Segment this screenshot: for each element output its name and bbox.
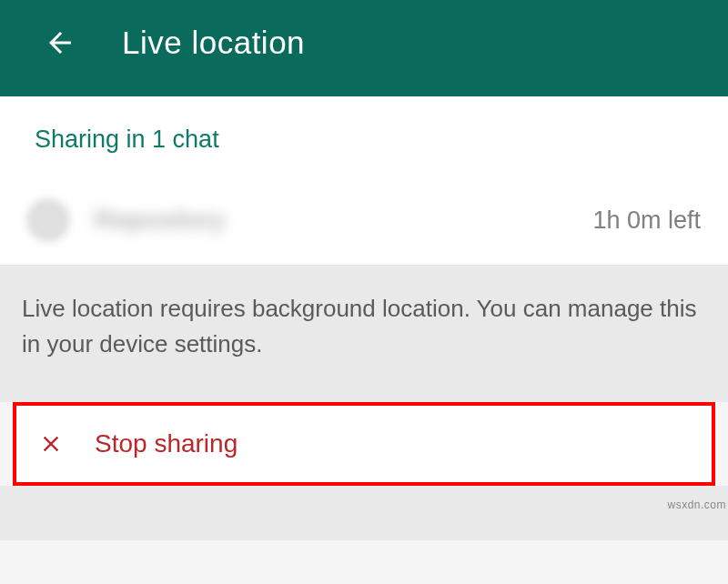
content-area: Sharing in 1 chat Repository 1h 0m left: [0, 96, 728, 266]
stop-sharing-highlight: Stop sharing: [13, 402, 715, 486]
close-icon: [38, 431, 64, 457]
chat-list-item[interactable]: Repository 1h 0m left: [0, 181, 728, 266]
watermark: wsxdn.com: [667, 498, 726, 511]
stop-sharing-label: Stop sharing: [95, 429, 238, 458]
stop-sharing-button[interactable]: Stop sharing: [16, 406, 712, 482]
chat-avatar: [27, 199, 69, 241]
header-bar: Live location: [0, 0, 728, 96]
time-remaining-label: 1h 0m left: [592, 206, 701, 235]
page-title: Live location: [122, 25, 305, 61]
info-text: Live location requires background locati…: [22, 291, 703, 362]
info-section: Live location requires background locati…: [0, 266, 728, 402]
chat-name-label: Repository: [95, 206, 592, 235]
back-button[interactable]: [44, 26, 76, 59]
bottom-spacer: [0, 486, 728, 540]
sharing-status-label: Sharing in 1 chat: [0, 96, 728, 181]
back-arrow-icon: [44, 26, 76, 59]
